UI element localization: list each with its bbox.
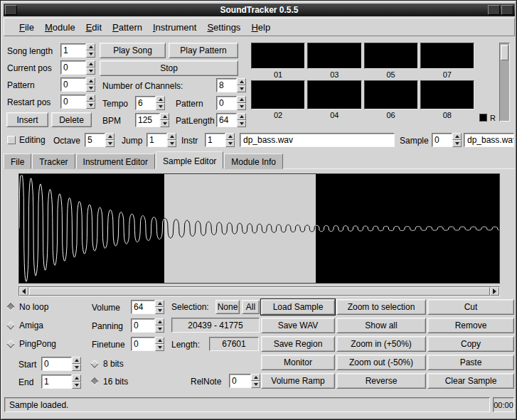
relnote-spinner[interactable]: 0 — [229, 374, 260, 388]
spin-down-button[interactable] — [160, 120, 169, 127]
delete-button[interactable]: Delete — [51, 112, 92, 127]
menu-instrument[interactable]: Instrument — [153, 22, 196, 33]
spin-up-button[interactable] — [251, 374, 260, 381]
spin-up-button[interactable] — [72, 357, 81, 364]
patlength-value[interactable]: 64 — [216, 113, 237, 127]
octave-value[interactable]: 5 — [85, 133, 105, 147]
pattern2-spinner[interactable]: 0 — [216, 96, 246, 110]
sample-value[interactable]: 0 — [432, 133, 452, 147]
remove-button[interactable]: Remove — [427, 318, 514, 333]
pattern-spinner[interactable]: 0 — [60, 77, 95, 92]
spin-down-button[interactable] — [237, 103, 246, 110]
tab-tracker[interactable]: Tracker — [32, 154, 75, 169]
spin-up-button[interactable] — [237, 96, 246, 103]
bpm-spinner[interactable]: 125 — [135, 113, 169, 127]
volume-slider[interactable] — [499, 43, 510, 122]
radio-16-bits[interactable]: 16 bits — [92, 377, 128, 387]
spin-up-button[interactable] — [167, 133, 176, 140]
finetune-spinner[interactable]: 0 — [131, 337, 164, 351]
copy-button[interactable]: Copy — [427, 336, 514, 352]
spin-up-button[interactable] — [155, 300, 164, 307]
spin-up-button[interactable] — [86, 60, 95, 68]
sample-spinner[interactable]: 0 — [432, 133, 462, 147]
pattern-value[interactable]: 0 — [60, 77, 86, 92]
volume-ramp-button[interactable]: Volume Ramp — [261, 373, 335, 389]
radio-8-bits[interactable]: 8 bits — [92, 359, 124, 369]
paste-button[interactable]: Paste — [427, 355, 514, 370]
loop-start-value[interactable]: 0 — [41, 357, 72, 371]
spin-up-button[interactable] — [86, 43, 95, 50]
spin-down-button[interactable] — [86, 50, 95, 58]
jump-spinner[interactable]: 1 — [146, 133, 176, 147]
play-pattern-button[interactable]: Play Pattern — [169, 43, 238, 58]
spin-down-button[interactable] — [72, 364, 81, 371]
bpm-value[interactable]: 125 — [135, 113, 160, 127]
volume-spinner[interactable]: 64 — [131, 300, 164, 314]
jump-value[interactable]: 1 — [146, 133, 167, 147]
close-button[interactable] — [501, 5, 513, 15]
tab-sample-editor[interactable]: Sample Editor — [156, 151, 223, 169]
menu-edit[interactable]: Edit — [86, 22, 102, 33]
zoom-to-selection-button[interactable]: Zoom to selection — [336, 299, 426, 315]
window-menu-button[interactable] — [5, 5, 17, 15]
octave-spinner[interactable]: 5 — [85, 133, 114, 147]
spin-down-button[interactable] — [86, 68, 95, 75]
tab-module-info[interactable]: Module Info — [224, 154, 283, 169]
spin-down-button[interactable] — [155, 307, 164, 314]
cut-button[interactable]: Cut — [427, 299, 514, 315]
menu-file[interactable]: File — [19, 22, 34, 33]
spin-up-button[interactable] — [155, 337, 164, 344]
tempo-spinner[interactable]: 6 — [135, 96, 165, 110]
spin-up-button[interactable] — [160, 113, 169, 120]
current-pos-value[interactable]: 0 — [60, 60, 86, 75]
instrument-name-entry[interactable]: dp_bass.wav — [240, 133, 395, 147]
save-region-button[interactable]: Save Region — [261, 336, 335, 352]
volume-value[interactable]: 64 — [131, 300, 155, 314]
instr-spinner[interactable]: 1 — [205, 133, 235, 147]
menu-pattern[interactable]: Pattern — [112, 22, 142, 33]
restart-pos-spinner[interactable]: 0 — [60, 95, 95, 109]
finetune-value[interactable]: 0 — [131, 337, 155, 351]
spin-down-button[interactable] — [86, 85, 95, 92]
menu-settings[interactable]: Settings — [207, 22, 240, 33]
spin-down-button[interactable] — [72, 382, 81, 389]
radio-amiga[interactable]: Amiga — [8, 321, 43, 330]
song-length-value[interactable]: 1 — [60, 43, 86, 58]
spin-up-button[interactable] — [86, 95, 95, 102]
scroll-right-button[interactable] — [490, 287, 499, 296]
spin-down-button[interactable] — [452, 140, 462, 147]
scope-channel-08[interactable] — [420, 80, 474, 109]
sample-name-entry[interactable]: dp_bass.wav — [464, 133, 514, 147]
instr-value[interactable]: 1 — [205, 133, 225, 147]
scroll-left-button[interactable] — [19, 287, 28, 296]
waveform-selection[interactable] — [164, 174, 316, 283]
titlebar[interactable]: SoundTracker 0.5.5 — [4, 4, 515, 16]
pattern2-value[interactable]: 0 — [216, 96, 237, 110]
waveform-display[interactable] — [18, 173, 500, 284]
reverse-button[interactable]: Reverse — [336, 373, 426, 389]
tab-instrument-editor[interactable]: Instrument Editor — [76, 154, 155, 169]
show-all-button[interactable]: Show all — [336, 318, 426, 333]
editing-checkbox[interactable] — [7, 136, 16, 144]
spin-up-button[interactable] — [237, 78, 246, 85]
menu-module[interactable]: Module — [45, 22, 75, 33]
scope-channel-02[interactable] — [251, 80, 305, 109]
patlength-spinner[interactable]: 64 — [216, 113, 246, 127]
loop-end-value[interactable]: 1 — [41, 375, 72, 389]
relnote-value[interactable]: 0 — [229, 374, 251, 388]
scrollbar-thumb[interactable] — [28, 287, 490, 296]
spin-down-button[interactable] — [225, 140, 235, 147]
current-pos-spinner[interactable]: 0 — [60, 60, 95, 75]
spin-down-button[interactable] — [86, 102, 95, 109]
radio-pingpong[interactable]: PingPong — [8, 339, 56, 349]
spin-up-button[interactable] — [237, 113, 246, 120]
spin-down-button[interactable] — [156, 103, 165, 110]
play-song-button[interactable]: Play Song — [100, 43, 166, 58]
spin-down-button[interactable] — [237, 120, 246, 127]
waveform-scrollbar[interactable] — [18, 286, 500, 296]
loop-end-spinner[interactable]: 1 — [41, 375, 81, 389]
load-sample-button[interactable]: Load Sample — [261, 299, 335, 315]
monitor-button[interactable]: Monitor — [261, 355, 335, 370]
loop-start-spinner[interactable]: 0 — [41, 357, 81, 371]
radio-no-loop[interactable]: No loop — [8, 302, 48, 312]
